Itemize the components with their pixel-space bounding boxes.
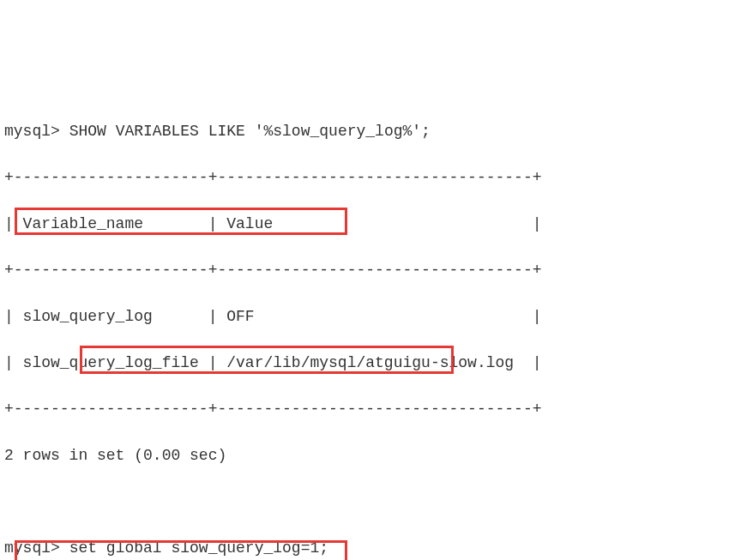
result-status: 2 rows in set (0.00 sec) [4,444,743,467]
sql-command: set global slow_query_log=1; [69,539,328,557]
prompt-line: mysql> SHOW VARIABLES LIKE '%slow_query_… [4,120,743,143]
table-border: +---------------------+-----------------… [4,398,743,421]
blank-line [4,491,743,514]
prompt: mysql> [4,539,60,557]
prompt: mysql> [4,123,60,140]
terminal-output: mysql> SHOW VARIABLES LIKE '%slow_query_… [4,97,743,560]
prompt-line: mysql> set global slow_query_log=1; [4,537,743,560]
table-border: +---------------------+-----------------… [4,166,743,190]
table-row: | slow_query_log | OFF | [4,305,743,328]
table-header: | Variable_name | Value | [4,213,743,236]
table-row: | slow_query_log_file | /var/lib/mysql/a… [4,352,743,375]
table-border: +---------------------+-----------------… [4,259,743,282]
sql-command: SHOW VARIABLES LIKE '%slow_query_log%'; [69,123,431,140]
